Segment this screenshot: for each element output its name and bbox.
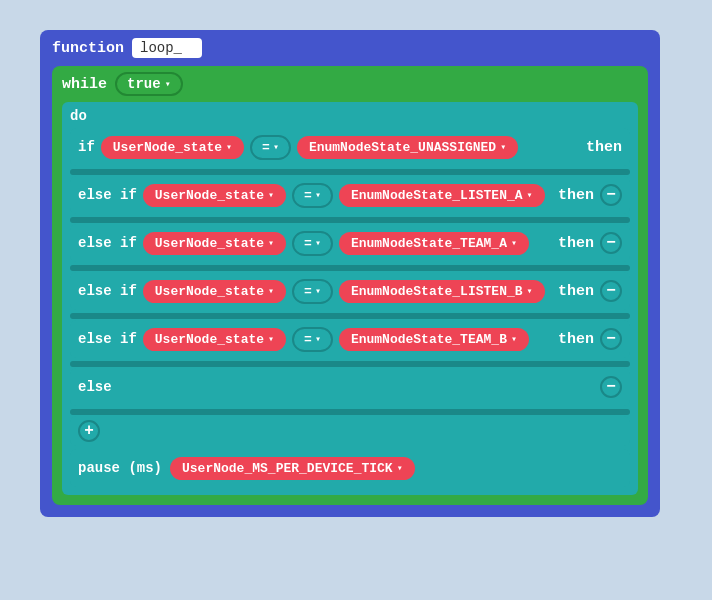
minus-button-1[interactable]: − xyxy=(600,184,622,206)
workspace: function while true ▾ do if xyxy=(0,0,712,600)
notch-else xyxy=(70,409,630,415)
while-header: while true ▾ xyxy=(62,72,638,96)
if-row-2-inner: else if UserNode_state ▾ = ▾ EnumNodeSta… xyxy=(78,231,552,256)
if-value-pill-3[interactable]: EnumNodeState_LISTEN_B ▾ xyxy=(339,280,545,303)
add-button[interactable]: + xyxy=(78,420,100,442)
notch-1 xyxy=(70,217,630,223)
add-row: + xyxy=(70,416,630,446)
function-keyword: function xyxy=(52,40,124,57)
if-prefix-2: else if xyxy=(78,235,137,251)
notch-0 xyxy=(70,169,630,175)
if-value-pill-0[interactable]: EnumNodeState_UNASSIGNED ▾ xyxy=(297,136,518,159)
notch-4 xyxy=(70,361,630,367)
if-operator-pill-4[interactable]: = ▾ xyxy=(292,327,333,352)
if-row-3: else if UserNode_state ▾ = ▾ EnumNodeSta… xyxy=(70,272,630,310)
notch-2 xyxy=(70,265,630,271)
pause-variable-pill[interactable]: UserNode_MS_PER_DEVICE_TICK ▾ xyxy=(170,457,415,480)
if-row-2: else if UserNode_state ▾ = ▾ EnumNodeSta… xyxy=(70,224,630,262)
then-label-4: then xyxy=(558,331,594,348)
if-variable-pill-1[interactable]: UserNode_state ▾ xyxy=(143,184,286,207)
if-row-1: else if UserNode_state ▾ = ▾ EnumNodeSta… xyxy=(70,176,630,214)
function-name-input[interactable] xyxy=(132,38,202,58)
if-row-4-inner: else if UserNode_state ▾ = ▾ EnumNodeSta… xyxy=(78,327,552,352)
if-value-pill-2[interactable]: EnumNodeState_TEAM_A ▾ xyxy=(339,232,529,255)
then-label-1: then xyxy=(558,187,594,204)
while-keyword: while xyxy=(62,76,107,93)
then-label-3: then xyxy=(558,283,594,300)
if-row-4: else if UserNode_state ▾ = ▾ EnumNodeSta… xyxy=(70,320,630,358)
minus-button-2[interactable]: − xyxy=(600,232,622,254)
notch-3 xyxy=(70,313,630,319)
if-operator-pill-1[interactable]: = ▾ xyxy=(292,183,333,208)
while-condition-value: true xyxy=(127,76,161,92)
pause-row: pause (ms) UserNode_MS_PER_DEVICE_TICK ▾ xyxy=(70,449,630,487)
if-variable-pill-4[interactable]: UserNode_state ▾ xyxy=(143,328,286,351)
else-label: else xyxy=(78,379,112,395)
minus-button-else[interactable]: − xyxy=(600,376,622,398)
while-condition-dropdown[interactable]: true ▾ xyxy=(115,72,183,96)
if-operator-pill-0[interactable]: = ▾ xyxy=(250,135,291,160)
if-prefix-0: if xyxy=(78,139,95,155)
if-variable-pill-3[interactable]: UserNode_state ▾ xyxy=(143,280,286,303)
pause-keyword: pause (ms) xyxy=(78,460,162,476)
minus-button-3[interactable]: − xyxy=(600,280,622,302)
if-variable-pill-2[interactable]: UserNode_state ▾ xyxy=(143,232,286,255)
if-prefix-1: else if xyxy=(78,187,137,203)
function-header: function xyxy=(52,38,648,58)
if-variable-pill-0[interactable]: UserNode_state ▾ xyxy=(101,136,244,159)
if-value-pill-1[interactable]: EnumNodeState_LISTEN_A ▾ xyxy=(339,184,545,207)
else-row: else − xyxy=(70,368,630,406)
while-dropdown-arrow: ▾ xyxy=(165,78,171,90)
if-row-0-inner: if UserNode_state ▾ = ▾ EnumNodeState_UN… xyxy=(78,135,580,160)
do-label: do xyxy=(70,108,630,124)
if-prefix-4: else if xyxy=(78,331,137,347)
do-block: do if UserNode_state ▾ = ▾ xyxy=(62,102,638,495)
if-value-pill-4[interactable]: EnumNodeState_TEAM_B ▾ xyxy=(339,328,529,351)
while-block: while true ▾ do if UserNode_state ▾ xyxy=(52,66,648,505)
minus-button-4[interactable]: − xyxy=(600,328,622,350)
if-prefix-3: else if xyxy=(78,283,137,299)
if-row-0: if UserNode_state ▾ = ▾ EnumNodeState_UN… xyxy=(70,128,630,166)
function-block: function while true ▾ do if xyxy=(40,30,660,517)
then-label-0: then xyxy=(586,139,622,156)
if-row-3-inner: else if UserNode_state ▾ = ▾ EnumNodeSta… xyxy=(78,279,552,304)
then-label-2: then xyxy=(558,235,594,252)
if-operator-pill-3[interactable]: = ▾ xyxy=(292,279,333,304)
if-row-1-inner: else if UserNode_state ▾ = ▾ EnumNodeSta… xyxy=(78,183,552,208)
if-operator-pill-2[interactable]: = ▾ xyxy=(292,231,333,256)
